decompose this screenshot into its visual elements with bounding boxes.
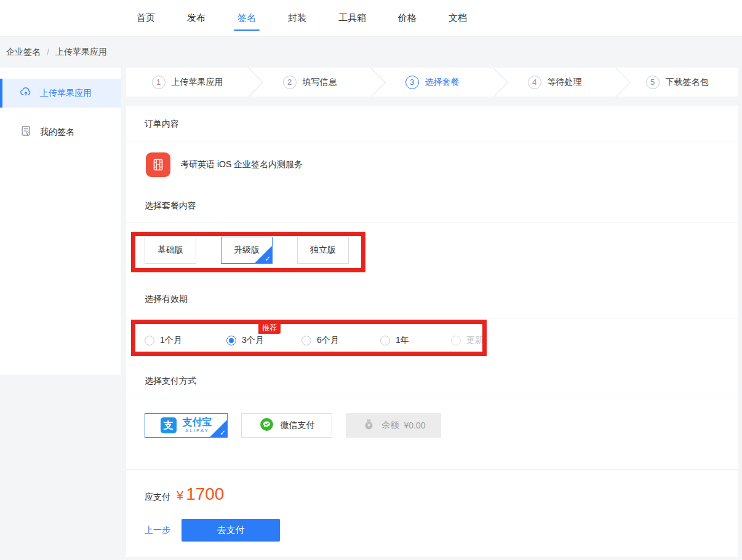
validity-option-label: 3个月 xyxy=(242,335,264,346)
payment-option-balance: ¥ 余额 ¥0.00 xyxy=(346,413,441,438)
order-app-name: 考研英语 iOS 企业签名内测服务 xyxy=(180,159,303,170)
balance-amount: ¥0.00 xyxy=(404,420,425,430)
wechat-pay-icon xyxy=(259,417,274,434)
validity-option-label: 6个月 xyxy=(317,335,339,346)
steps-bar: 1 上传苹果应用 2 填写信息 3 选择套餐 4 等待处理 5 下载签名包 xyxy=(126,68,738,97)
sidebar-item-label: 我的签名 xyxy=(40,127,74,138)
step-number: 4 xyxy=(528,76,541,89)
radio-icon xyxy=(145,336,154,345)
action-row: 上一步 去支付 xyxy=(145,519,738,542)
step-label: 下载签名包 xyxy=(666,77,709,88)
radio-icon xyxy=(451,336,461,345)
validity-option-1-month[interactable]: 1个月 xyxy=(145,335,226,346)
step-2-fill-info: 2 填写信息 xyxy=(249,68,371,97)
validity-option-label: 1年 xyxy=(396,335,409,346)
sidebar-item-upload-app[interactable]: 上传苹果应用 xyxy=(0,79,121,108)
payment-methods: 支 支付宝 ALIPAY ✓ 微信支付 xyxy=(126,398,738,469)
nav-item-pricing[interactable]: 价格 xyxy=(394,0,420,36)
package-option-standalone[interactable]: 独立版 xyxy=(297,237,349,264)
step-label: 等待处理 xyxy=(548,77,582,88)
package-option-upgrade[interactable]: 升级版 ✓ xyxy=(221,237,273,264)
section-title-order: 订单内容 xyxy=(126,106,738,141)
sidebar-item-label: 上传苹果应用 xyxy=(40,88,92,99)
step-4-processing: 4 等待处理 xyxy=(493,68,616,97)
step-label: 填写信息 xyxy=(303,77,337,88)
money-bag-icon: ¥ xyxy=(361,417,377,434)
payment-option-alipay[interactable]: 支 支付宝 ALIPAY ✓ xyxy=(145,413,228,438)
top-nav: 首页 发布 签名 封装 工具箱 价格 文档 xyxy=(0,0,742,37)
radio-icon xyxy=(380,336,390,345)
film-icon xyxy=(146,152,170,177)
payment-option-wechat[interactable]: 微信支付 xyxy=(241,413,332,438)
step-number: 2 xyxy=(283,76,297,89)
panel-footer: 应支付 ¥ 1700 上一步 去支付 xyxy=(126,469,738,557)
section-title-payment: 选择支付方式 xyxy=(126,363,738,398)
nav-item-home[interactable]: 首页 xyxy=(133,0,159,36)
validity-options: 1个月 推荐 3个月 6个月 1年 更新 xyxy=(126,318,738,363)
currency-symbol: ¥ xyxy=(177,489,183,503)
nav-item-signature[interactable]: 签名 xyxy=(234,0,260,36)
nav-item-toolbox[interactable]: 工具箱 xyxy=(335,0,370,36)
sidebar: 上传苹果应用 我的签名 xyxy=(0,68,121,375)
step-5-download: 5 下载签名包 xyxy=(616,68,738,97)
package-option-label: 独立版 xyxy=(310,245,336,256)
alipay-wordmark: 支付宝 ALIPAY xyxy=(183,417,212,433)
nav-item-package[interactable]: 封装 xyxy=(284,0,310,36)
validity-option-3-months[interactable]: 推荐 3个月 xyxy=(226,335,301,346)
step-1-upload: 1 上传苹果应用 xyxy=(126,68,249,97)
alipay-icon: 支 xyxy=(161,417,177,433)
section-title-package: 选择套餐内容 xyxy=(126,187,738,223)
step-number: 3 xyxy=(405,76,419,89)
previous-step-link[interactable]: 上一步 xyxy=(145,525,170,536)
check-icon: ✓ xyxy=(220,429,226,436)
validity-option-renew: 更新 xyxy=(451,335,484,346)
alipay-sublabel: ALIPAY xyxy=(185,428,209,433)
main-content: 1 上传苹果应用 2 填写信息 3 选择套餐 4 等待处理 5 下载签名包 订单… xyxy=(126,68,738,557)
step-3-choose-plan: 3 选择套餐 xyxy=(371,68,493,97)
signature-doc-icon xyxy=(20,125,32,139)
go-pay-button[interactable]: 去支付 xyxy=(182,519,280,542)
order-panel: 订单内容 考研英语 iOS 企业签名内测服务 选择套餐内容 基础版 升级版 ✓ xyxy=(126,106,738,557)
radio-icon xyxy=(226,336,236,345)
nav-item-docs[interactable]: 文档 xyxy=(445,0,471,36)
breadcrumb: 企业签名 / 上传苹果应用 xyxy=(0,37,742,68)
package-option-label: 基础版 xyxy=(158,245,183,256)
step-number: 1 xyxy=(152,76,166,89)
check-icon: ✓ xyxy=(265,255,271,262)
cloud-upload-icon xyxy=(20,86,32,100)
nav-item-publish[interactable]: 发布 xyxy=(183,0,209,36)
section-title-validity: 选择有效期 xyxy=(126,280,738,318)
svg-text:¥: ¥ xyxy=(368,422,371,428)
package-option-basic[interactable]: 基础版 xyxy=(145,237,196,264)
pay-due-label: 应支付 xyxy=(145,492,170,503)
validity-option-label: 1个月 xyxy=(160,335,182,346)
validity-option-6-months[interactable]: 6个月 xyxy=(301,335,380,346)
balance-label: 余额 xyxy=(381,420,399,431)
radio-icon xyxy=(301,336,311,345)
step-label: 选择套餐 xyxy=(425,77,460,88)
validity-option-1-year[interactable]: 1年 xyxy=(380,335,451,346)
recommend-badge: 推荐 xyxy=(258,321,281,334)
step-label: 上传苹果应用 xyxy=(172,77,223,88)
breadcrumb-current: 上传苹果应用 xyxy=(55,47,107,58)
wechat-pay-label: 微信支付 xyxy=(281,420,315,431)
step-number: 5 xyxy=(646,76,660,89)
breadcrumb-parent[interactable]: 企业签名 xyxy=(6,47,41,58)
order-item-row: 考研英语 iOS 企业签名内测服务 xyxy=(126,141,738,187)
breadcrumb-separator: / xyxy=(47,47,49,57)
validity-option-label: 更新 xyxy=(466,335,484,346)
price-row: 应支付 ¥ 1700 xyxy=(145,484,738,505)
sidebar-item-my-signatures[interactable]: 我的签名 xyxy=(0,117,121,146)
pay-due-amount: 1700 xyxy=(186,484,224,504)
alipay-label: 支付宝 xyxy=(183,417,212,427)
package-options: 基础版 升级版 ✓ 独立版 xyxy=(126,223,738,280)
